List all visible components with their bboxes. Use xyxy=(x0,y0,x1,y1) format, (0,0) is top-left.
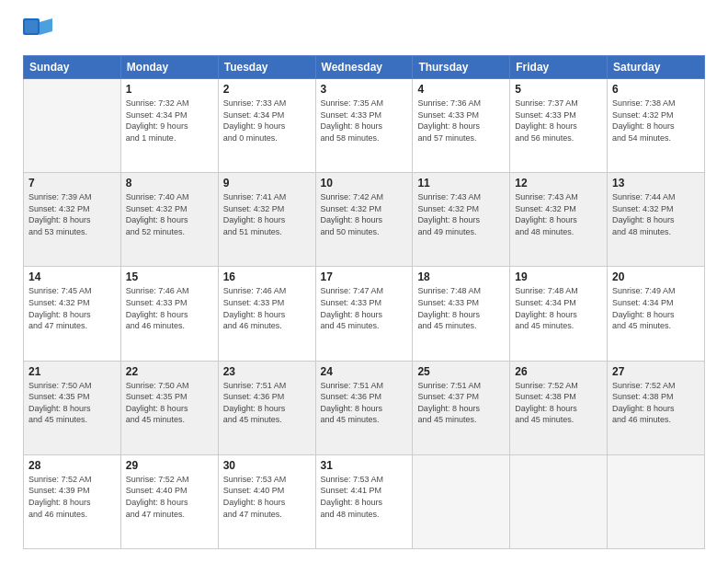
calendar-cell: 4Sunrise: 7:36 AM Sunset: 4:33 PM Daylig… xyxy=(413,79,510,173)
day-info: Sunrise: 7:43 AM Sunset: 4:32 PM Dayligh… xyxy=(417,191,505,237)
day-info: Sunrise: 7:38 AM Sunset: 4:32 PM Dayligh… xyxy=(612,98,700,144)
day-number: 22 xyxy=(126,365,213,378)
page: SundayMondayTuesdayWednesdayThursdayFrid… xyxy=(0,0,728,563)
day-header-sunday: Sunday xyxy=(24,56,121,79)
calendar-cell: 7Sunrise: 7:39 AM Sunset: 4:32 PM Daylig… xyxy=(24,173,121,267)
day-header-tuesday: Tuesday xyxy=(218,56,315,79)
day-number: 20 xyxy=(612,270,700,283)
day-info: Sunrise: 7:33 AM Sunset: 4:34 PM Dayligh… xyxy=(223,98,311,144)
calendar-cell: 27Sunrise: 7:52 AM Sunset: 4:38 PM Dayli… xyxy=(608,361,705,454)
day-number: 13 xyxy=(612,177,700,190)
day-info: Sunrise: 7:43 AM Sunset: 4:32 PM Dayligh… xyxy=(515,191,602,237)
day-info: Sunrise: 7:35 AM Sunset: 4:33 PM Dayligh… xyxy=(321,98,408,144)
day-header-saturday: Saturday xyxy=(608,56,705,79)
day-info: Sunrise: 7:37 AM Sunset: 4:33 PM Dayligh… xyxy=(515,98,602,144)
day-number: 5 xyxy=(515,83,602,96)
calendar-cell: 1Sunrise: 7:32 AM Sunset: 4:34 PM Daylig… xyxy=(120,79,218,173)
calendar-week-row: 7Sunrise: 7:39 AM Sunset: 4:32 PM Daylig… xyxy=(24,173,705,267)
svg-marker-1 xyxy=(40,18,52,35)
day-number: 9 xyxy=(223,177,311,190)
day-info: Sunrise: 7:44 AM Sunset: 4:32 PM Dayligh… xyxy=(612,191,700,237)
calendar-cell: 21Sunrise: 7:50 AM Sunset: 4:35 PM Dayli… xyxy=(24,361,121,454)
day-info: Sunrise: 7:53 AM Sunset: 4:40 PM Dayligh… xyxy=(223,474,311,520)
day-info: Sunrise: 7:52 AM Sunset: 4:38 PM Dayligh… xyxy=(612,380,700,426)
calendar-cell xyxy=(413,454,510,548)
day-number: 14 xyxy=(28,270,116,283)
day-number: 24 xyxy=(321,365,408,378)
calendar-cell: 25Sunrise: 7:51 AM Sunset: 4:37 PM Dayli… xyxy=(413,361,510,454)
calendar-week-row: 1Sunrise: 7:32 AM Sunset: 4:34 PM Daylig… xyxy=(24,79,705,173)
day-info: Sunrise: 7:42 AM Sunset: 4:32 PM Dayligh… xyxy=(321,191,408,237)
calendar-cell: 29Sunrise: 7:52 AM Sunset: 4:40 PM Dayli… xyxy=(120,454,218,548)
day-info: Sunrise: 7:51 AM Sunset: 4:36 PM Dayligh… xyxy=(321,380,408,426)
day-header-monday: Monday xyxy=(120,56,218,79)
calendar-cell: 14Sunrise: 7:45 AM Sunset: 4:32 PM Dayli… xyxy=(24,267,121,361)
day-info: Sunrise: 7:46 AM Sunset: 4:33 PM Dayligh… xyxy=(223,285,311,331)
calendar-cell: 31Sunrise: 7:53 AM Sunset: 4:41 PM Dayli… xyxy=(315,454,413,548)
calendar-cell: 6Sunrise: 7:38 AM Sunset: 4:32 PM Daylig… xyxy=(608,79,705,173)
calendar-cell: 5Sunrise: 7:37 AM Sunset: 4:33 PM Daylig… xyxy=(510,79,608,173)
calendar-cell: 23Sunrise: 7:51 AM Sunset: 4:36 PM Dayli… xyxy=(218,361,315,454)
calendar-cell: 19Sunrise: 7:48 AM Sunset: 4:34 PM Dayli… xyxy=(510,267,608,361)
calendar-cell: 9Sunrise: 7:41 AM Sunset: 4:32 PM Daylig… xyxy=(218,173,315,267)
day-number: 15 xyxy=(126,270,213,283)
calendar-cell: 22Sunrise: 7:50 AM Sunset: 4:35 PM Dayli… xyxy=(120,361,218,454)
day-info: Sunrise: 7:40 AM Sunset: 4:32 PM Dayligh… xyxy=(126,191,213,237)
calendar-week-row: 14Sunrise: 7:45 AM Sunset: 4:32 PM Dayli… xyxy=(24,267,705,361)
day-number: 3 xyxy=(321,83,408,96)
day-number: 21 xyxy=(28,365,116,378)
calendar-cell: 15Sunrise: 7:46 AM Sunset: 4:33 PM Dayli… xyxy=(120,267,218,361)
calendar-cell: 12Sunrise: 7:43 AM Sunset: 4:32 PM Dayli… xyxy=(510,173,608,267)
calendar-cell xyxy=(608,454,705,548)
day-info: Sunrise: 7:41 AM Sunset: 4:32 PM Dayligh… xyxy=(223,191,311,237)
day-number: 16 xyxy=(223,270,311,283)
day-info: Sunrise: 7:50 AM Sunset: 4:35 PM Dayligh… xyxy=(28,380,116,426)
calendar-cell: 24Sunrise: 7:51 AM Sunset: 4:36 PM Dayli… xyxy=(315,361,413,454)
day-number: 4 xyxy=(417,83,505,96)
calendar-week-row: 28Sunrise: 7:52 AM Sunset: 4:39 PM Dayli… xyxy=(24,454,705,548)
calendar-cell: 30Sunrise: 7:53 AM Sunset: 4:40 PM Dayli… xyxy=(218,454,315,548)
day-info: Sunrise: 7:36 AM Sunset: 4:33 PM Dayligh… xyxy=(417,98,505,144)
day-number: 25 xyxy=(417,365,505,378)
calendar-cell: 2Sunrise: 7:33 AM Sunset: 4:34 PM Daylig… xyxy=(218,79,315,173)
day-header-wednesday: Wednesday xyxy=(315,56,413,79)
logo-icon xyxy=(23,18,52,44)
day-info: Sunrise: 7:51 AM Sunset: 4:36 PM Dayligh… xyxy=(223,380,311,426)
day-number: 10 xyxy=(321,177,408,190)
day-info: Sunrise: 7:51 AM Sunset: 4:37 PM Dayligh… xyxy=(417,380,505,426)
day-number: 27 xyxy=(612,365,700,378)
day-header-thursday: Thursday xyxy=(413,56,510,79)
calendar-cell: 10Sunrise: 7:42 AM Sunset: 4:32 PM Dayli… xyxy=(315,173,413,267)
day-number: 30 xyxy=(223,459,311,472)
calendar-week-row: 21Sunrise: 7:50 AM Sunset: 4:35 PM Dayli… xyxy=(24,361,705,454)
day-number: 6 xyxy=(612,83,700,96)
day-number: 12 xyxy=(515,177,602,190)
day-info: Sunrise: 7:50 AM Sunset: 4:35 PM Dayligh… xyxy=(126,380,213,426)
day-number: 18 xyxy=(417,270,505,283)
day-number: 19 xyxy=(515,270,602,283)
calendar-cell xyxy=(510,454,608,548)
calendar-cell: 8Sunrise: 7:40 AM Sunset: 4:32 PM Daylig… xyxy=(120,173,218,267)
day-info: Sunrise: 7:45 AM Sunset: 4:32 PM Dayligh… xyxy=(28,285,116,331)
calendar-table: SundayMondayTuesdayWednesdayThursdayFrid… xyxy=(23,55,705,549)
day-info: Sunrise: 7:46 AM Sunset: 4:33 PM Dayligh… xyxy=(126,285,213,331)
calendar-cell: 11Sunrise: 7:43 AM Sunset: 4:32 PM Dayli… xyxy=(413,173,510,267)
day-number: 28 xyxy=(28,459,116,472)
calendar-cell: 3Sunrise: 7:35 AM Sunset: 4:33 PM Daylig… xyxy=(315,79,413,173)
day-number: 8 xyxy=(126,177,213,190)
day-info: Sunrise: 7:52 AM Sunset: 4:40 PM Dayligh… xyxy=(126,474,213,520)
day-info: Sunrise: 7:53 AM Sunset: 4:41 PM Dayligh… xyxy=(321,474,408,520)
day-info: Sunrise: 7:48 AM Sunset: 4:34 PM Dayligh… xyxy=(515,285,602,331)
header xyxy=(23,18,705,44)
calendar-cell: 13Sunrise: 7:44 AM Sunset: 4:32 PM Dayli… xyxy=(608,173,705,267)
calendar-cell: 28Sunrise: 7:52 AM Sunset: 4:39 PM Dayli… xyxy=(24,454,121,548)
day-number: 1 xyxy=(126,83,213,96)
day-number: 17 xyxy=(321,270,408,283)
calendar-cell: 20Sunrise: 7:49 AM Sunset: 4:34 PM Dayli… xyxy=(608,267,705,361)
calendar-header-row: SundayMondayTuesdayWednesdayThursdayFrid… xyxy=(24,56,705,79)
day-info: Sunrise: 7:47 AM Sunset: 4:33 PM Dayligh… xyxy=(321,285,408,331)
day-info: Sunrise: 7:32 AM Sunset: 4:34 PM Dayligh… xyxy=(126,98,213,144)
day-info: Sunrise: 7:52 AM Sunset: 4:38 PM Dayligh… xyxy=(515,380,602,426)
calendar-cell: 26Sunrise: 7:52 AM Sunset: 4:38 PM Dayli… xyxy=(510,361,608,454)
day-header-friday: Friday xyxy=(510,56,608,79)
